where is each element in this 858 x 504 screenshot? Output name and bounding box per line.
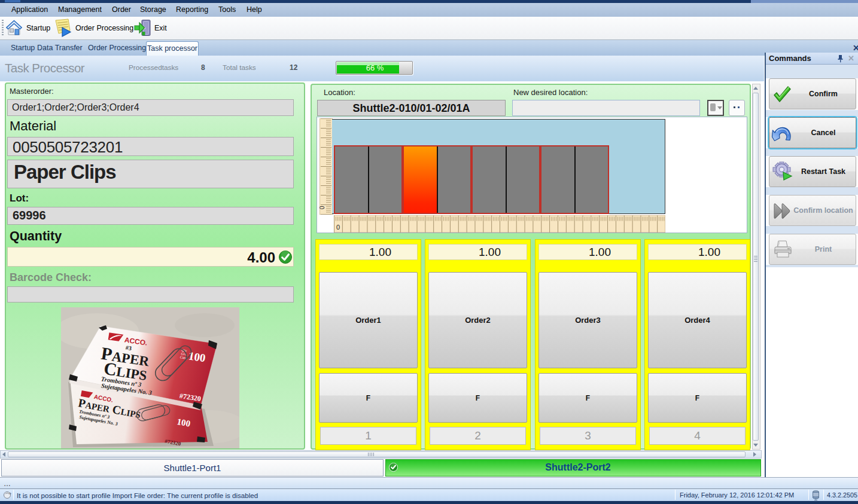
svg-text:»: » bbox=[9, 491, 11, 496]
svg-text:100: 100 bbox=[188, 349, 206, 364]
svg-text:0: 0 bbox=[336, 224, 340, 231]
svg-text:0: 0 bbox=[320, 206, 325, 209]
